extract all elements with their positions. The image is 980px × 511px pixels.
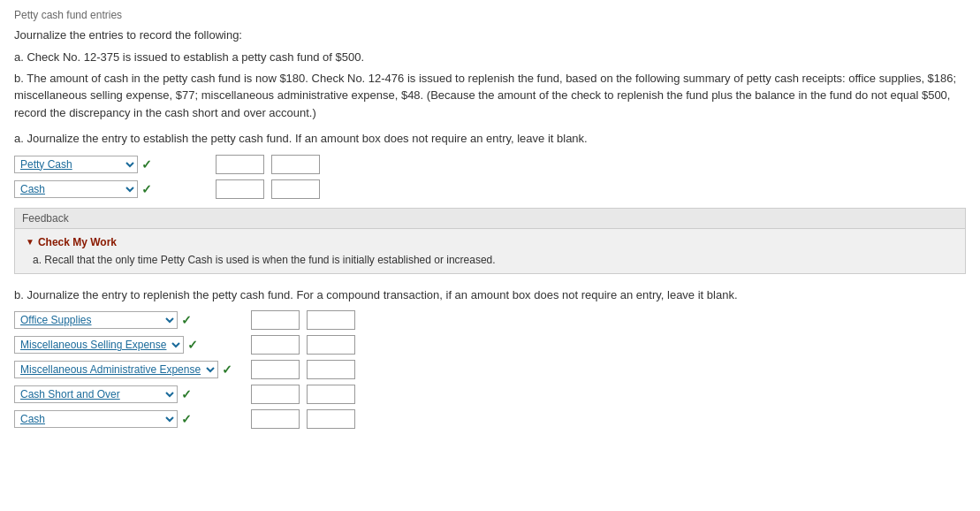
checkmark-b5: ✓ (181, 412, 192, 426)
account-dropdown-a1[interactable]: Petty Cash (14, 156, 138, 173)
account-select-wrapper-a1: Petty Cash ✓ (14, 156, 209, 173)
feedback-note-text: a. Recall that the only time Petty Cash … (33, 254, 954, 266)
entry-b-row5: Cash ✓ (14, 409, 966, 429)
credit-input-a1[interactable] (271, 155, 320, 174)
debit-input-b5[interactable] (251, 409, 300, 429)
credit-input-b3[interactable] (307, 360, 355, 379)
credit-input-b5[interactable] (307, 409, 355, 429)
feedback-box: Feedback Check My Work a. Recall that th… (14, 208, 966, 274)
question-b: b. Journalize the entry to replenish the… (14, 286, 966, 304)
checkmark-b2: ✓ (187, 338, 198, 352)
question-a: a. Journalize the entry to establish the… (14, 130, 966, 148)
entry-b-row1: Office Supplies ✓ (14, 310, 966, 330)
debit-input-b3[interactable] (251, 360, 300, 379)
account-dropdown-b5[interactable]: Cash (14, 410, 178, 428)
page-title-text: Petty cash fund entries (14, 9, 122, 21)
debit-input-a2[interactable] (216, 179, 264, 199)
debit-input-b1[interactable] (251, 310, 300, 330)
account-dropdown-b2[interactable]: Miscellaneous Selling Expense (14, 336, 184, 354)
entry-a-row1: Petty Cash ✓ (14, 155, 966, 174)
credit-input-b1[interactable] (307, 310, 355, 330)
checkmark-b1: ✓ (181, 313, 192, 327)
feedback-header: Feedback (15, 209, 965, 229)
account-dropdown-b3[interactable]: Miscellaneous Administrative Expense (14, 361, 218, 378)
account-dropdown-a2[interactable]: Cash (14, 180, 138, 198)
problem-b-text: b. The amount of cash in the petty cash … (14, 70, 966, 122)
checkmark-b4: ✓ (181, 387, 192, 401)
entry-b-row4: Cash Short and Over ✓ (14, 385, 966, 404)
instruction-text: Journalize the entries to record the fol… (14, 28, 966, 42)
credit-input-b4[interactable] (307, 385, 355, 404)
account-dropdown-b1[interactable]: Office Supplies (14, 311, 178, 329)
entry-b-row3: Miscellaneous Administrative Expense ✓ (14, 360, 966, 379)
debit-input-b4[interactable] (251, 385, 300, 404)
page-title: Petty cash fund entries (14, 9, 966, 21)
entry-b-row2: Miscellaneous Selling Expense ✓ (14, 335, 966, 355)
checkmark-a2: ✓ (141, 182, 152, 196)
credit-input-b2[interactable] (307, 335, 355, 355)
account-select-wrapper-b4: Cash Short and Over ✓ (14, 385, 244, 403)
debit-input-a1[interactable] (216, 155, 264, 174)
debit-input-b2[interactable] (251, 335, 300, 355)
feedback-body: Check My Work a. Recall that the only ti… (15, 229, 965, 273)
account-select-wrapper-b2: Miscellaneous Selling Expense ✓ (14, 336, 244, 354)
checkmark-b3: ✓ (222, 362, 232, 377)
checkmark-a1: ✓ (141, 157, 152, 172)
entry-a-row2: Cash ✓ (14, 179, 966, 199)
problem-a-text: a. Check No. 12-375 is issued to establi… (14, 49, 966, 66)
account-select-wrapper-b5: Cash ✓ (14, 410, 244, 428)
account-select-wrapper-b1: Office Supplies ✓ (14, 311, 244, 329)
check-my-work-label: Check My Work (26, 236, 954, 248)
account-select-wrapper-b3: Miscellaneous Administrative Expense ✓ (14, 361, 244, 378)
credit-input-a2[interactable] (271, 179, 320, 199)
account-select-wrapper-a2: Cash ✓ (14, 180, 209, 198)
account-dropdown-b4[interactable]: Cash Short and Over (14, 385, 178, 403)
